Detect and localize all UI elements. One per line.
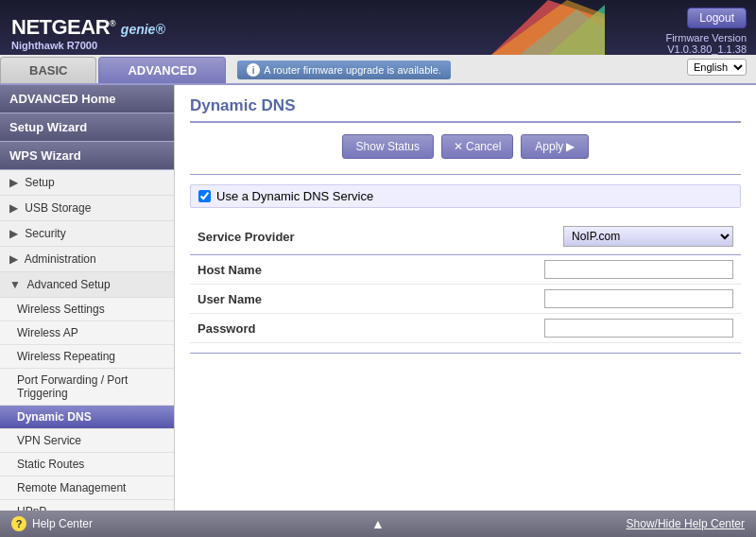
apply-button[interactable]: Apply ▶: [521, 134, 589, 159]
nav-tabs: BASIC ADVANCED i A router firmware upgra…: [0, 55, 756, 85]
show-hide-help-button[interactable]: Show/Hide Help Center: [627, 517, 745, 530]
firmware-notice: i A router firmware upgrade is available…: [237, 61, 451, 79]
service-provider-label: Service Provider: [190, 221, 341, 255]
arrow-icon: ▶: [9, 252, 18, 266]
logo: NETGEAR® genie®: [11, 17, 165, 38]
sidebar-item-upnp[interactable]: UPnP: [0, 500, 174, 511]
password-input[interactable]: [544, 319, 733, 338]
sidebar-security[interactable]: ▶ Security: [0, 221, 174, 247]
password-value-cell: [341, 314, 741, 343]
device-name: Nighthawk R7000: [11, 40, 97, 51]
password-row: Password: [190, 314, 741, 343]
host-name-input[interactable]: [544, 260, 733, 279]
help-icon: ?: [11, 516, 26, 531]
logo-area: NETGEAR® genie® Nighthawk R7000: [11, 17, 165, 38]
user-name-label: User Name: [190, 285, 341, 314]
arrow-icon: ▶: [9, 227, 18, 240]
password-label: Password: [190, 314, 341, 343]
logo-decoration: [491, 0, 605, 55]
sidebar-item-port-forwarding[interactable]: Port Forwarding / Port Triggering: [0, 369, 174, 406]
sidebar-setup[interactable]: ▶ Setup: [0, 170, 174, 196]
sidebar-administration[interactable]: ▶ Administration: [0, 247, 174, 272]
use-ddns-label: Use a Dynamic DNS Service: [216, 189, 373, 203]
sidebar-item-remote-management[interactable]: Remote Management: [0, 476, 174, 500]
logout-button[interactable]: Logout: [687, 8, 747, 28]
sidebar-advanced-setup[interactable]: ▼ Advanced Setup: [0, 272, 174, 298]
service-provider-row: Service Provider NoIP.com: [190, 221, 741, 255]
sidebar-wps-wizard[interactable]: WPS Wizard: [0, 142, 174, 170]
footer: ? Help Center ▲ Show/Hide Help Center: [0, 511, 756, 537]
arrow-down-icon: ▼: [9, 278, 21, 291]
help-center-label: Help Center: [32, 517, 93, 530]
form-divider-top: [190, 174, 741, 175]
use-ddns-checkbox[interactable]: [198, 190, 211, 202]
sidebar-item-vpn-service[interactable]: VPN Service: [0, 429, 174, 453]
sidebar-item-dynamic-dns[interactable]: Dynamic DNS: [0, 406, 174, 429]
content-area: Dynamic DNS Show Status ✕ Cancel Apply ▶…: [175, 85, 756, 511]
user-name-value-cell: [341, 285, 741, 314]
sidebar-item-wireless-ap[interactable]: Wireless AP: [0, 321, 174, 345]
logo-netgear: NETGEAR®: [11, 15, 121, 39]
footer-left: ? Help Center: [11, 516, 93, 531]
tab-advanced[interactable]: ADVANCED: [98, 57, 226, 83]
form-divider-bottom: [190, 353, 741, 354]
user-name-row: User Name: [190, 285, 741, 314]
cancel-x-icon: ✕: [454, 140, 463, 153]
main-layout: ADVANCED Home Setup Wizard WPS Wizard ▶ …: [0, 85, 756, 511]
arrow-icon: ▶: [9, 201, 18, 215]
logo-genie: genie®: [121, 22, 165, 37]
service-provider-select[interactable]: NoIP.com: [563, 226, 733, 247]
toolbar: Show Status ✕ Cancel Apply ▶: [190, 134, 741, 159]
host-name-label: Host Name: [190, 255, 341, 285]
info-icon: i: [247, 63, 260, 77]
sidebar-setup-wizard[interactable]: Setup Wizard: [0, 113, 174, 142]
tab-basic[interactable]: BASIC: [0, 57, 96, 83]
arrow-icon: ▶: [9, 176, 18, 189]
user-name-input[interactable]: [544, 289, 733, 308]
sidebar-item-wireless-settings[interactable]: Wireless Settings: [0, 298, 174, 321]
firmware-info: Firmware Version V1.0.3.80_1.1.38: [665, 32, 747, 55]
sidebar-advanced-home[interactable]: ADVANCED Home: [0, 85, 174, 113]
page-title: Dynamic DNS: [190, 96, 741, 123]
sidebar: ADVANCED Home Setup Wizard WPS Wizard ▶ …: [0, 85, 175, 511]
header: NETGEAR® genie® Nighthawk R7000 Logout F…: [0, 0, 756, 55]
show-status-button[interactable]: Show Status: [342, 134, 434, 159]
sidebar-item-static-routes[interactable]: Static Routes: [0, 453, 174, 476]
service-provider-value-cell: NoIP.com: [341, 221, 741, 255]
sidebar-item-wireless-repeating[interactable]: Wireless Repeating: [0, 345, 174, 369]
language-select[interactable]: English: [687, 59, 747, 76]
sidebar-usb-storage[interactable]: ▶ USB Storage: [0, 196, 174, 221]
footer-arrow-icon: ▲: [371, 516, 385, 531]
use-ddns-row: Use a Dynamic DNS Service: [190, 184, 741, 208]
cancel-button[interactable]: ✕ Cancel: [441, 134, 513, 159]
apply-arrow-icon: ▶: [566, 140, 575, 153]
form-table: Service Provider NoIP.com Host Name User…: [190, 221, 741, 343]
host-name-value-cell: [341, 255, 741, 285]
header-right: Logout Firmware Version V1.0.3.80_1.1.38…: [665, 8, 747, 76]
host-name-row: Host Name: [190, 255, 741, 285]
